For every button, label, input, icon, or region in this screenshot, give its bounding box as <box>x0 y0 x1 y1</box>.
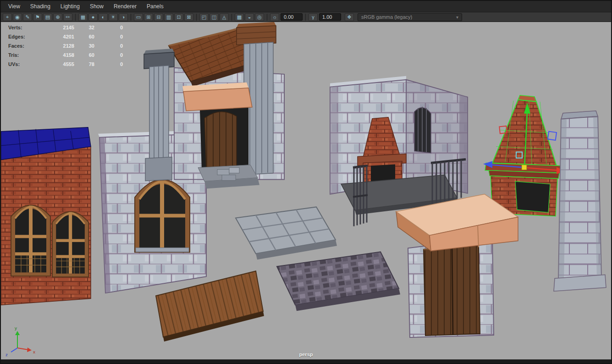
exposure-field[interactable]: 0.00 <box>281 13 303 21</box>
panel-menu-bar: View Shading Lighting Show Renderer Pane… <box>1 1 611 12</box>
smooth-shade-icon[interactable]: ● <box>88 13 98 21</box>
panel-toolbar: ⌖ ◉ ✎ ⚑ ▤ ⊕ ✏ ▦ ● ◐ ☀ ◑ ▭ ⊞ ⊟ ▥ ⊡ ⊠ ◰ ◫ … <box>1 12 611 22</box>
menu-panels[interactable]: Panels <box>142 1 168 11</box>
exposure-control: ☼ 0.00 <box>270 13 303 21</box>
depth-of-field-icon[interactable]: ◎ <box>255 13 264 21</box>
axis-x-label: x <box>33 349 35 354</box>
ambient-occlusion-icon[interactable]: ◒ <box>245 13 254 21</box>
xray-icon[interactable]: ◫ <box>210 13 219 21</box>
menu-lighting[interactable]: Lighting <box>56 1 84 11</box>
axis-z-label: z <box>6 352 8 357</box>
select-camera-icon[interactable]: ⌖ <box>3 13 12 21</box>
two-d-pan-zoom-icon[interactable]: ⊕ <box>53 13 62 21</box>
toolbar-separator <box>196 14 197 21</box>
menu-show[interactable]: Show <box>85 1 108 11</box>
toolbar-separator <box>305 14 306 21</box>
safe-title-icon[interactable]: ⊠ <box>184 13 193 21</box>
chevron-down-icon: ▾ <box>456 15 458 20</box>
view-transform-value: sRGB gamma (legacy) <box>361 14 412 20</box>
model-house-entrance[interactable] <box>144 22 284 189</box>
resolution-gate-icon[interactable]: ⊞ <box>144 13 153 21</box>
model-floor-tiles[interactable] <box>236 207 337 259</box>
menu-shading[interactable]: Shading <box>26 1 55 11</box>
window-bottom-edge <box>1 359 611 363</box>
safe-action-icon[interactable]: ⊡ <box>174 13 183 21</box>
model-door-portal[interactable] <box>396 194 518 337</box>
model-cobblestone-slab[interactable] <box>277 252 400 311</box>
toolbar-separator <box>267 14 267 21</box>
lock-camera-icon[interactable]: ◉ <box>13 13 22 21</box>
joint-xray-icon[interactable]: ◬ <box>220 13 229 21</box>
shadows-icon[interactable]: ◑ <box>119 13 128 21</box>
field-chart-icon[interactable]: ▥ <box>164 13 173 21</box>
color-management-icon[interactable]: ❖ <box>345 13 354 21</box>
menu-renderer[interactable]: Renderer <box>109 1 141 11</box>
grease-pencil-icon[interactable]: ✏ <box>63 13 72 21</box>
model-stone-column[interactable] <box>554 111 606 291</box>
bookmarks-icon[interactable]: ⚑ <box>33 13 42 21</box>
model-brick-house[interactable] <box>1 127 91 305</box>
gamma-field[interactable]: 1.00 <box>319 13 341 21</box>
use-all-lights-icon[interactable]: ☀ <box>109 13 118 21</box>
wireframe-icon[interactable]: ▦ <box>78 13 88 21</box>
maya-viewport-window: View Shading Lighting Show Renderer Pane… <box>0 0 612 364</box>
textured-icon[interactable]: ◐ <box>99 13 108 21</box>
viewport-canvas[interactable]: y x z <box>1 22 611 359</box>
image-plane-icon[interactable]: ▤ <box>43 13 52 21</box>
gate-mask-icon[interactable]: ⊟ <box>154 13 163 21</box>
axis-gizmo: y x z <box>6 325 35 357</box>
toolbar-separator <box>131 14 131 21</box>
anti-aliasing-icon[interactable]: ▩ <box>235 13 244 21</box>
gamma-icon[interactable]: γ <box>309 13 318 21</box>
camera-attributes-icon[interactable]: ✎ <box>23 13 32 21</box>
toolbar-separator <box>232 14 232 21</box>
exposure-icon[interactable]: ☼ <box>270 13 279 21</box>
menu-view[interactable]: View <box>4 1 25 11</box>
model-fireplace-selected[interactable] <box>485 95 562 216</box>
viewport-persp[interactable]: y x z Verts: 2145 32 0 Edges: 4201 60 0 … <box>1 22 611 359</box>
isolate-select-icon[interactable]: ◰ <box>199 13 209 21</box>
gamma-control: γ 1.00 <box>309 13 341 21</box>
film-gate-icon[interactable]: ▭ <box>134 13 143 21</box>
toolbar-separator <box>75 14 76 21</box>
axis-y-label: y <box>15 325 17 331</box>
view-transform-dropdown[interactable]: sRGB gamma (legacy) ▾ <box>358 13 462 21</box>
